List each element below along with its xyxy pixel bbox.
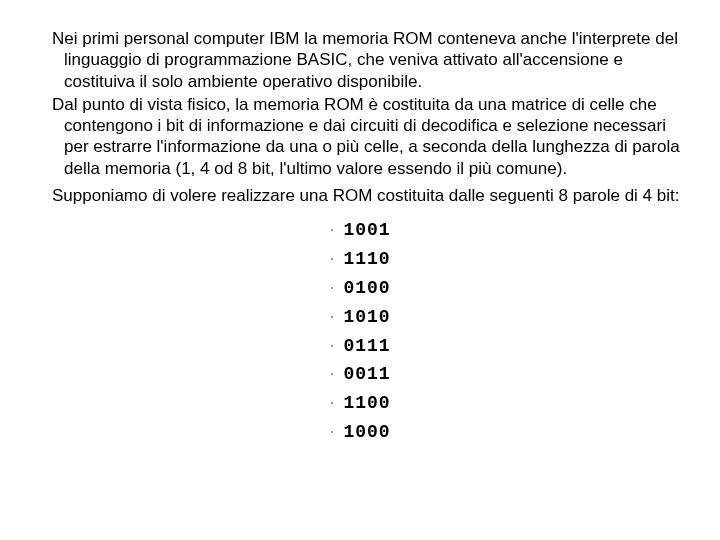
slide-body: Nei primi personal computer IBM la memor… bbox=[0, 0, 720, 447]
paragraph-2: Dal punto di vista fisico, la memoria RO… bbox=[40, 94, 680, 179]
rom-word: 0100 bbox=[40, 274, 680, 303]
paragraph-1: Nei primi personal computer IBM la memor… bbox=[40, 28, 680, 92]
rom-word: 0111 bbox=[40, 332, 680, 361]
rom-word-list: 1001 1110 0100 1010 0111 0011 1100 1000 bbox=[40, 216, 680, 447]
rom-word: 1000 bbox=[40, 418, 680, 447]
rom-word: 1001 bbox=[40, 216, 680, 245]
rom-word: 1110 bbox=[40, 245, 680, 274]
paragraph-3: Supponiamo di volere realizzare una ROM … bbox=[40, 185, 680, 206]
rom-word: 1100 bbox=[40, 389, 680, 418]
rom-word: 1010 bbox=[40, 303, 680, 332]
rom-word: 0011 bbox=[40, 360, 680, 389]
